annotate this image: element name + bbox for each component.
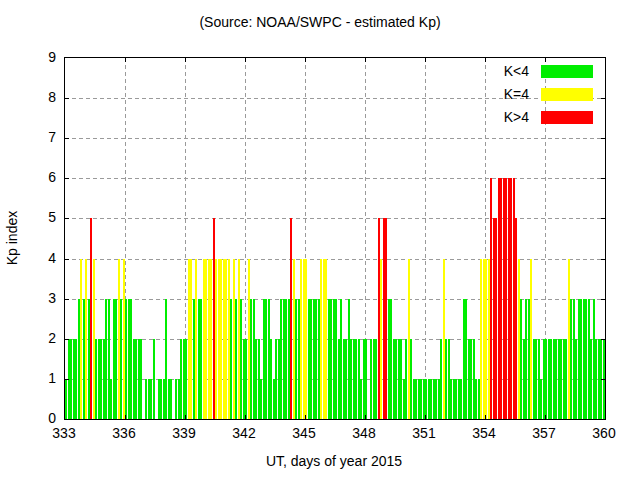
y-tick-mark: [601, 299, 605, 300]
y-tick-label: 8: [16, 89, 56, 105]
x-tick-label: 339: [172, 425, 195, 441]
x-tick-mark: [185, 415, 186, 419]
x-tick-mark: [485, 415, 486, 419]
h-gridline: [65, 259, 605, 260]
legend: K<4K=4K>4: [504, 64, 593, 133]
h-gridline: [65, 218, 605, 219]
x-tick-mark: [425, 58, 426, 62]
x-axis-label: UT, days of year 2015: [64, 453, 604, 469]
h-gridline: [65, 138, 605, 139]
y-tick-label: 7: [16, 129, 56, 145]
kp-bar: [153, 339, 155, 419]
x-tick-mark: [305, 415, 306, 419]
y-tick-mark: [65, 138, 69, 139]
x-tick-mark: [485, 58, 486, 62]
x-tick-mark: [425, 415, 426, 419]
chart-title: (Source: NOAA/SWPC - estimated Kp): [0, 14, 640, 30]
x-tick-label: 342: [232, 425, 255, 441]
y-tick-label: 9: [16, 49, 56, 65]
legend-entry: K=4: [504, 87, 593, 101]
x-tick-mark: [245, 415, 246, 419]
legend-label: K>4: [504, 109, 529, 125]
y-tick-label: 2: [16, 330, 56, 346]
x-tick-label: 357: [532, 425, 555, 441]
y-tick-mark: [65, 98, 69, 99]
x-tick-mark: [305, 58, 306, 62]
y-tick-mark: [601, 98, 605, 99]
h-gridline: [65, 178, 605, 179]
x-tick-mark: [185, 58, 186, 62]
y-tick-mark: [65, 379, 69, 380]
kp-bar: [365, 339, 367, 419]
y-tick-mark: [65, 218, 69, 219]
kp-bar: [140, 339, 142, 419]
y-tick-mark: [65, 259, 69, 260]
y-tick-mark: [601, 379, 605, 380]
y-tick-label: 6: [16, 169, 56, 185]
x-tick-label: 333: [52, 425, 75, 441]
x-tick-mark: [245, 58, 246, 62]
x-tick-mark: [365, 58, 366, 62]
legend-swatch: [541, 111, 593, 124]
y-tick-label: 0: [16, 410, 56, 426]
x-tick-label: 345: [292, 425, 315, 441]
y-tick-mark: [65, 339, 69, 340]
x-tick-label: 351: [412, 425, 435, 441]
legend-entry: K<4: [504, 64, 593, 78]
y-tick-mark: [601, 259, 605, 260]
x-tick-mark: [365, 415, 366, 419]
plot-area: K<4K=4K>4: [64, 57, 606, 420]
kp-index-chart: (Source: NOAA/SWPC - estimated Kp) Kp in…: [0, 0, 640, 480]
legend-label: K=4: [504, 86, 529, 102]
y-axis-label: Kp index: [4, 168, 20, 308]
x-tick-mark: [125, 415, 126, 419]
legend-label: K<4: [504, 63, 529, 79]
y-tick-label: 4: [16, 250, 56, 266]
legend-swatch: [541, 65, 593, 78]
y-tick-mark: [601, 178, 605, 179]
legend-swatch: [541, 88, 593, 101]
y-tick-label: 1: [16, 370, 56, 386]
legend-entry: K>4: [504, 110, 593, 124]
kp-bar: [170, 379, 172, 419]
y-tick-label: 5: [16, 209, 56, 225]
v-gridline: [425, 58, 426, 419]
y-tick-mark: [601, 218, 605, 219]
x-tick-label: 360: [592, 425, 615, 441]
y-tick-mark: [601, 138, 605, 139]
y-tick-label: 3: [16, 290, 56, 306]
x-tick-label: 336: [112, 425, 135, 441]
y-tick-mark: [601, 339, 605, 340]
y-tick-mark: [65, 299, 69, 300]
x-tick-mark: [545, 415, 546, 419]
x-tick-label: 354: [472, 425, 495, 441]
x-tick-mark: [545, 58, 546, 62]
x-tick-mark: [125, 58, 126, 62]
x-tick-label: 348: [352, 425, 375, 441]
y-tick-mark: [65, 178, 69, 179]
